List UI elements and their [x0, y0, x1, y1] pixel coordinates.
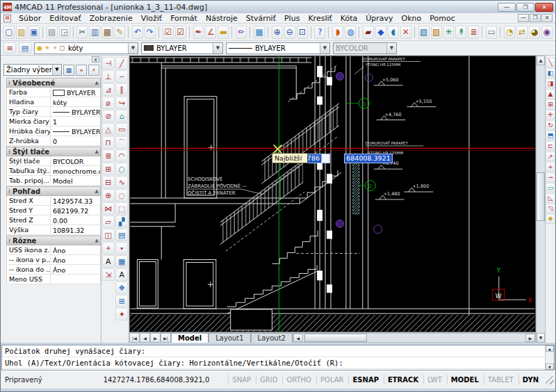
lineweight-combo[interactable]: BYCOLOR ▼: [333, 42, 397, 54]
modify-tool-icon[interactable]: ◨: [546, 79, 555, 88]
dimension-tool-icon[interactable]: ⊓: [102, 136, 115, 149]
toolbar-icon[interactable]: [268, 26, 269, 38]
toolbar-icon[interactable]: [73, 26, 74, 38]
menu-item[interactable]: Nástroje: [202, 14, 242, 23]
toolbar-icon[interactable]: [311, 26, 312, 38]
toolbar-icon[interactable]: [500, 26, 501, 38]
draw-tool-icon[interactable]: ⌒: [115, 136, 128, 149]
scroll-thumb[interactable]: [304, 334, 367, 342]
linetype-combo[interactable]: BYLAYER ▼: [226, 42, 330, 54]
toolbar-icon[interactable]: [328, 26, 329, 38]
property-value[interactable]: Áno: [51, 265, 100, 274]
toolbar-icon[interactable]: [414, 26, 416, 38]
maximize-button[interactable]: ❐: [516, 3, 534, 12]
layer-state-icon[interactable]: ✦: [52, 44, 58, 51]
layout-tab[interactable]: Layout1: [208, 333, 250, 343]
scroll-down-icon[interactable]: ▼: [537, 333, 545, 343]
modify-tool-icon[interactable]: ◺: [546, 193, 555, 203]
draw-tool-icon[interactable]: ▞: [115, 215, 128, 228]
property-value[interactable]: Áno: [51, 255, 100, 264]
toolbar-icon[interactable]: ◍: [345, 26, 356, 39]
toolbar-icon[interactable]: ▨: [16, 26, 27, 39]
toolbar-icon[interactable]: ⇄: [516, 26, 528, 39]
layer-state-icon[interactable]: ●: [37, 44, 42, 51]
toolbar-icon[interactable]: [42, 26, 44, 38]
toolbar-icon[interactable]: ↶: [132, 26, 143, 39]
document-icon[interactable]: ▤: [3, 15, 11, 22]
property-value[interactable]: Model: [51, 176, 100, 185]
toolbar-icon[interactable]: ◆: [375, 26, 386, 39]
tab-nav-first[interactable]: |◀: [129, 333, 140, 343]
menu-item[interactable]: Úpravy: [361, 14, 397, 23]
property-value[interactable]: 0.00: [51, 215, 100, 224]
mdi-minimize-button[interactable]: —: [518, 14, 529, 22]
dimension-tool-icon[interactable]: ⊘: [102, 110, 115, 122]
chevron-down-icon[interactable]: ▼: [320, 43, 329, 54]
modify-tool-icon[interactable]: ⇀: [546, 172, 555, 182]
draw-tool-icon[interactable]: ⊞: [115, 295, 128, 307]
horizontal-scrollbar[interactable]: ◀ ▶: [293, 333, 536, 343]
modify-tool-icon[interactable]: ▭: [546, 183, 555, 193]
modify-tool-icon[interactable]: ↗: [546, 152, 555, 161]
modify-tool-icon[interactable]: ✺: [546, 214, 555, 224]
toolbar-icon[interactable]: ⊕: [272, 26, 283, 39]
menu-item[interactable]: Plus: [280, 14, 304, 23]
modify-tool-icon[interactable]: ◹: [546, 204, 555, 213]
modify-tool-icon[interactable]: ↻: [546, 120, 555, 130]
palette-tool-button[interactable]: ⌖: [76, 65, 87, 76]
draw-tool-icon[interactable]: ▭: [115, 123, 128, 136]
status-toggle[interactable]: MODEL: [447, 375, 482, 385]
toolbar-icon[interactable]: ◲: [59, 26, 70, 39]
toolbar-icon[interactable]: ✒: [193, 26, 204, 39]
draw-tool-icon[interactable]: ◌: [115, 189, 128, 202]
command-window[interactable]: Počiatok druhej vynášacej čiary: Uhol (A…: [1, 345, 555, 370]
property-value[interactable]: BYLAYER: [51, 126, 100, 136]
menu-item[interactable]: Pomoc: [425, 14, 459, 23]
chevron-down-icon[interactable]: ▼: [213, 43, 222, 54]
draw-tool-icon[interactable]: ○: [115, 163, 128, 175]
layout-tab[interactable]: Layout2: [251, 333, 293, 343]
draw-tool-icon[interactable]: ⬚: [115, 202, 128, 215]
layer-previous-icon[interactable]: ▤: [19, 42, 31, 54]
scroll-down-icon[interactable]: ▼: [546, 364, 554, 370]
menu-item[interactable]: Stvárniť: [242, 14, 280, 23]
toolbar-icon[interactable]: ▥: [89, 26, 100, 39]
toolbar-icon[interactable]: ◗: [332, 26, 343, 39]
color-combo[interactable]: BYLAYER ▼: [141, 42, 223, 54]
modify-tool-icon[interactable]: ▲: [546, 89, 555, 99]
dimension-tool-icon[interactable]: ⊥: [102, 70, 115, 83]
toolbar-icon[interactable]: [482, 26, 483, 38]
section-header-styl-tlace[interactable]: ⁞ Štýl tlače ▲: [6, 147, 101, 156]
toolbar-icon[interactable]: [128, 26, 129, 38]
draw-tool-icon[interactable]: ↪: [115, 97, 128, 109]
palette-tool-button[interactable]: ▦: [63, 65, 74, 76]
toolbar-icon[interactable]: ▣: [28, 26, 40, 39]
toolbar-icon[interactable]: ⊡: [297, 26, 308, 39]
property-value[interactable]: BYLAYER: [51, 88, 100, 97]
toolbar-icon[interactable]: [189, 26, 190, 38]
command-prompt-line[interactable]: Uhol (A)/Text/Orientácia kótovacej čiary…: [2, 357, 545, 369]
section-header-pohlad[interactable]: ⁞ Pohľad ▲: [6, 186, 101, 196]
toolbar-icon[interactable]: ▢: [3, 26, 15, 39]
toolbar-icon[interactable]: ☑: [163, 26, 174, 39]
status-toggle[interactable]: ESNAP: [348, 375, 382, 385]
toolbar-icon[interactable]: ◖: [388, 26, 399, 39]
property-value[interactable]: 1: [51, 117, 100, 126]
dyn-input-y[interactable]: 684008.3921: [344, 154, 393, 163]
section-header-rozne[interactable]: ⁞ Rôzne ▲: [6, 236, 101, 245]
toolbar-icon[interactable]: ⊖: [284, 26, 295, 39]
toolbar-icon[interactable]: ↟: [455, 26, 466, 39]
draw-tool-icon[interactable]: ∥: [115, 83, 128, 96]
layer-combo[interactable]: ●☀✦◻ kóty ▼: [34, 42, 138, 54]
draw-tool-icon[interactable]: ▦: [115, 255, 128, 268]
property-value[interactable]: monochrome.ctb: [51, 166, 100, 175]
toolbar-icon[interactable]: ≣: [468, 26, 479, 39]
dimension-tool-icon[interactable]: △: [102, 123, 115, 136]
minimize-button[interactable]: —: [498, 3, 516, 12]
dimension-tool-icon[interactable]: ⊞: [102, 163, 115, 175]
property-value[interactable]: kóty: [51, 97, 100, 106]
scroll-left-icon[interactable]: ◀: [293, 334, 303, 342]
dimension-tool-icon[interactable]: ⌖: [102, 242, 115, 254]
property-value[interactable]: [51, 275, 100, 284]
toolbar-icon[interactable]: ?: [314, 26, 325, 39]
